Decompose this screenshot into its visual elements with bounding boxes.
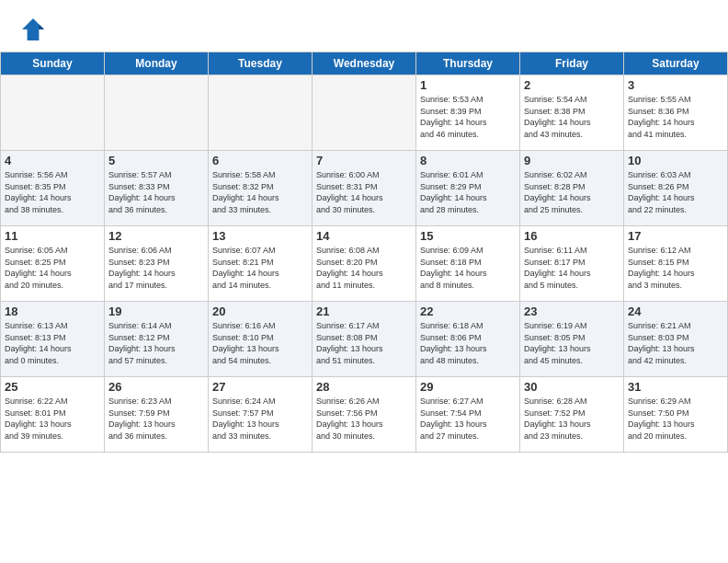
calendar-header-row: SundayMondayTuesdayWednesdayThursdayFrid… xyxy=(1,52,728,75)
calendar-cell xyxy=(313,75,416,151)
svg-marker-1 xyxy=(39,24,44,29)
day-number: 13 xyxy=(212,229,308,243)
calendar-week-row: 1Sunrise: 5:53 AMSunset: 8:39 PMDaylight… xyxy=(1,75,728,151)
day-number: 18 xyxy=(5,304,100,318)
day-info: Sunrise: 6:19 AMSunset: 8:05 PMDaylight:… xyxy=(524,320,620,366)
day-number: 24 xyxy=(628,304,723,318)
day-number: 1 xyxy=(420,78,516,92)
day-header-sunday: Sunday xyxy=(1,52,105,75)
day-info: Sunrise: 6:02 AMSunset: 8:28 PMDaylight:… xyxy=(524,169,620,215)
day-info: Sunrise: 5:57 AMSunset: 8:33 PMDaylight:… xyxy=(108,169,204,215)
day-info: Sunrise: 6:27 AMSunset: 7:54 PMDaylight:… xyxy=(420,396,516,442)
day-number: 26 xyxy=(108,380,204,394)
day-info: Sunrise: 6:18 AMSunset: 8:06 PMDaylight:… xyxy=(420,320,516,366)
calendar-cell: 29Sunrise: 6:27 AMSunset: 7:54 PMDayligh… xyxy=(416,377,520,453)
calendar-cell: 21Sunrise: 6:17 AMSunset: 8:08 PMDayligh… xyxy=(313,302,416,377)
calendar-cell: 6Sunrise: 5:58 AMSunset: 8:32 PMDaylight… xyxy=(209,151,313,226)
day-number: 9 xyxy=(524,154,620,167)
day-number: 3 xyxy=(628,78,723,92)
day-number: 8 xyxy=(420,154,516,167)
logo xyxy=(18,15,51,44)
day-number: 15 xyxy=(420,229,516,243)
calendar-cell: 27Sunrise: 6:24 AMSunset: 7:57 PMDayligh… xyxy=(209,377,313,453)
day-number: 27 xyxy=(212,380,308,394)
calendar-cell: 24Sunrise: 6:21 AMSunset: 8:03 PMDayligh… xyxy=(624,302,728,377)
day-number: 22 xyxy=(420,304,516,318)
day-info: Sunrise: 5:54 AMSunset: 8:38 PMDaylight:… xyxy=(524,94,620,140)
day-info: Sunrise: 6:16 AMSunset: 8:10 PMDaylight:… xyxy=(212,320,308,366)
day-number: 30 xyxy=(524,380,620,394)
day-number: 6 xyxy=(212,154,308,167)
calendar-week-row: 18Sunrise: 6:13 AMSunset: 8:13 PMDayligh… xyxy=(1,302,728,377)
day-info: Sunrise: 6:00 AMSunset: 8:31 PMDaylight:… xyxy=(316,169,412,215)
day-number: 20 xyxy=(212,304,308,318)
day-number: 25 xyxy=(5,380,100,394)
day-number: 19 xyxy=(108,304,204,318)
day-number: 14 xyxy=(316,229,412,243)
calendar-table: SundayMondayTuesdayWednesdayThursdayFrid… xyxy=(0,52,728,453)
calendar-cell: 8Sunrise: 6:01 AMSunset: 8:29 PMDaylight… xyxy=(416,151,520,226)
day-info: Sunrise: 6:28 AMSunset: 7:52 PMDaylight:… xyxy=(524,396,620,442)
day-info: Sunrise: 6:13 AMSunset: 8:13 PMDaylight:… xyxy=(5,320,100,366)
calendar-cell xyxy=(209,75,313,151)
calendar-cell: 17Sunrise: 6:12 AMSunset: 8:15 PMDayligh… xyxy=(624,226,728,302)
day-info: Sunrise: 6:21 AMSunset: 8:03 PMDaylight:… xyxy=(628,320,723,366)
calendar-cell: 2Sunrise: 5:54 AMSunset: 8:38 PMDaylight… xyxy=(520,75,624,151)
calendar-week-row: 4Sunrise: 5:56 AMSunset: 8:35 PMDaylight… xyxy=(1,151,728,226)
day-info: Sunrise: 6:07 AMSunset: 8:21 PMDaylight:… xyxy=(212,245,308,291)
day-number: 12 xyxy=(108,229,204,243)
calendar-week-row: 25Sunrise: 6:22 AMSunset: 8:01 PMDayligh… xyxy=(1,377,728,453)
day-info: Sunrise: 5:56 AMSunset: 8:35 PMDaylight:… xyxy=(5,169,100,215)
calendar-cell: 15Sunrise: 6:09 AMSunset: 8:18 PMDayligh… xyxy=(416,226,520,302)
day-number: 28 xyxy=(316,380,412,394)
calendar-cell xyxy=(105,75,209,151)
calendar-cell: 5Sunrise: 5:57 AMSunset: 8:33 PMDaylight… xyxy=(105,151,209,226)
day-header-tuesday: Tuesday xyxy=(209,52,313,75)
day-number: 4 xyxy=(5,154,100,167)
day-header-friday: Friday xyxy=(520,52,624,75)
day-info: Sunrise: 6:23 AMSunset: 7:59 PMDaylight:… xyxy=(108,396,204,442)
day-number: 29 xyxy=(420,380,516,394)
day-info: Sunrise: 6:26 AMSunset: 7:56 PMDaylight:… xyxy=(316,396,412,442)
calendar-cell: 18Sunrise: 6:13 AMSunset: 8:13 PMDayligh… xyxy=(1,302,105,377)
day-number: 23 xyxy=(524,304,620,318)
calendar-cell: 11Sunrise: 6:05 AMSunset: 8:25 PMDayligh… xyxy=(1,226,105,302)
calendar-cell: 3Sunrise: 5:55 AMSunset: 8:36 PMDaylight… xyxy=(624,75,728,151)
calendar-cell: 19Sunrise: 6:14 AMSunset: 8:12 PMDayligh… xyxy=(105,302,209,377)
day-number: 17 xyxy=(628,229,723,243)
day-info: Sunrise: 6:05 AMSunset: 8:25 PMDaylight:… xyxy=(5,245,100,291)
day-info: Sunrise: 6:01 AMSunset: 8:29 PMDaylight:… xyxy=(420,169,516,215)
calendar-cell xyxy=(1,75,105,151)
calendar-cell: 26Sunrise: 6:23 AMSunset: 7:59 PMDayligh… xyxy=(105,377,209,453)
day-header-wednesday: Wednesday xyxy=(313,52,416,75)
day-info: Sunrise: 6:08 AMSunset: 8:20 PMDaylight:… xyxy=(316,245,412,291)
day-info: Sunrise: 6:14 AMSunset: 8:12 PMDaylight:… xyxy=(108,320,204,366)
calendar-cell: 28Sunrise: 6:26 AMSunset: 7:56 PMDayligh… xyxy=(313,377,416,453)
day-info: Sunrise: 6:17 AMSunset: 8:08 PMDaylight:… xyxy=(316,320,412,366)
calendar-cell: 30Sunrise: 6:28 AMSunset: 7:52 PMDayligh… xyxy=(520,377,624,453)
calendar-cell: 22Sunrise: 6:18 AMSunset: 8:06 PMDayligh… xyxy=(416,302,520,377)
calendar-cell: 12Sunrise: 6:06 AMSunset: 8:23 PMDayligh… xyxy=(105,226,209,302)
day-info: Sunrise: 6:06 AMSunset: 8:23 PMDaylight:… xyxy=(108,245,204,291)
calendar-cell: 20Sunrise: 6:16 AMSunset: 8:10 PMDayligh… xyxy=(209,302,313,377)
calendar-cell: 13Sunrise: 6:07 AMSunset: 8:21 PMDayligh… xyxy=(209,226,313,302)
day-number: 21 xyxy=(316,304,412,318)
calendar-cell: 7Sunrise: 6:00 AMSunset: 8:31 PMDaylight… xyxy=(313,151,416,226)
day-header-saturday: Saturday xyxy=(624,52,728,75)
calendar-cell: 4Sunrise: 5:56 AMSunset: 8:35 PMDaylight… xyxy=(1,151,105,226)
day-number: 2 xyxy=(524,78,620,92)
calendar-cell: 31Sunrise: 6:29 AMSunset: 7:50 PMDayligh… xyxy=(624,377,728,453)
day-number: 11 xyxy=(5,229,100,243)
calendar-cell: 23Sunrise: 6:19 AMSunset: 8:05 PMDayligh… xyxy=(520,302,624,377)
day-info: Sunrise: 6:09 AMSunset: 8:18 PMDaylight:… xyxy=(420,245,516,291)
page-header xyxy=(0,0,728,52)
day-number: 31 xyxy=(628,380,723,394)
day-info: Sunrise: 6:12 AMSunset: 8:15 PMDaylight:… xyxy=(628,245,723,291)
day-number: 10 xyxy=(628,154,723,167)
calendar-cell: 1Sunrise: 5:53 AMSunset: 8:39 PMDaylight… xyxy=(416,75,520,151)
day-info: Sunrise: 6:22 AMSunset: 8:01 PMDaylight:… xyxy=(5,396,100,442)
day-info: Sunrise: 6:11 AMSunset: 8:17 PMDaylight:… xyxy=(524,245,620,291)
day-info: Sunrise: 5:58 AMSunset: 8:32 PMDaylight:… xyxy=(212,169,308,215)
calendar-cell: 14Sunrise: 6:08 AMSunset: 8:20 PMDayligh… xyxy=(313,226,416,302)
calendar-cell: 10Sunrise: 6:03 AMSunset: 8:26 PMDayligh… xyxy=(624,151,728,226)
